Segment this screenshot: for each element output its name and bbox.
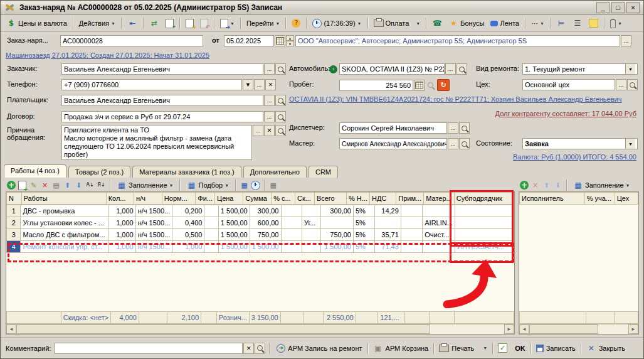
works-cell[interactable]: Углы установки колес - ... <box>21 217 108 229</box>
note-button[interactable] <box>586 18 601 29</box>
executors-scroll-thumb[interactable] <box>529 324 598 334</box>
phone-clear-button[interactable]: ✕ <box>265 79 276 90</box>
state-combo[interactable]: Заявка ▼ <box>522 138 638 149</box>
works-cell[interactable] <box>455 217 514 229</box>
car-info-link[interactable]: OCTAVIA II (1Z3); VIN TMBBE61Z4A2021724;… <box>289 95 621 103</box>
works-cell[interactable] <box>204 205 218 217</box>
save-button[interactable]: Записать <box>533 343 579 353</box>
works-column-header[interactable]: Норм... <box>162 193 195 205</box>
actions-menu-button[interactable]: Действия▼ <box>77 18 118 28</box>
master-select-button[interactable]: ... <box>448 138 458 149</box>
dispatcher-select-button[interactable]: ... <box>448 122 458 134</box>
debt-link[interactable]: Долг контрагенту составляет: 17 044,00 Р… <box>495 110 636 117</box>
tab-additional[interactable]: Дополнительно <box>243 166 307 178</box>
shop-select-button[interactable]: ... <box>616 79 626 90</box>
ok-button[interactable]: ✓ OK <box>495 342 529 354</box>
sort-asc-icon[interactable]: А↓ <box>85 181 95 190</box>
minimize-button[interactable]: _ <box>596 2 610 13</box>
works-column-header[interactable]: Цена <box>215 193 243 205</box>
structure-button[interactable]: ⊨ <box>554 17 569 29</box>
tab-customer-materials[interactable]: Материалы заказчика (1 поз.) <box>132 166 241 178</box>
works-cell[interactable]: 1 <box>7 205 21 217</box>
date-spinner[interactable]: ▲▼ <box>286 35 294 46</box>
executors-column-header[interactable]: Исполнитель <box>520 193 585 205</box>
works-cell[interactable]: Очист... <box>423 229 455 241</box>
works-column-header[interactable]: Кол... <box>106 193 134 205</box>
add-row-icon[interactable]: + <box>520 181 529 190</box>
works-cell[interactable]: 0,500 <box>172 229 204 241</box>
works-column-header[interactable]: Матер... <box>424 193 454 205</box>
arm-record-button[interactable]: ➜ АРМ Запись на ремонт <box>273 343 365 354</box>
works-cell[interactable] <box>401 229 422 241</box>
payer-field[interactable]: Васильев Александр Евгеньевич <box>61 95 263 106</box>
payment-button[interactable]: Оплата▼ <box>371 18 423 28</box>
norms-clock-icon[interactable] <box>251 181 260 190</box>
works-cell[interactable] <box>281 217 302 229</box>
works-cell[interactable] <box>455 229 514 241</box>
shop-field[interactable]: Основной цех <box>522 79 615 90</box>
tab-works[interactable]: Работы (4 поз.) <box>4 164 66 178</box>
works-cell[interactable]: 5% <box>353 205 374 217</box>
works-cell[interactable] <box>204 241 218 253</box>
works-cell[interactable] <box>204 229 218 241</box>
close-form-button[interactable]: ✕ Закрыть <box>583 342 628 355</box>
delete-row-icon[interactable]: ✕ <box>531 181 540 190</box>
works-cell[interactable] <box>302 241 321 253</box>
works-cell[interactable] <box>321 217 354 229</box>
works-column-header[interactable]: % с... <box>272 193 295 205</box>
payer-open-button[interactable] <box>275 95 286 106</box>
fill-menu-button[interactable]: ▦ Заполнение▼ <box>114 180 176 190</box>
move-up-icon[interactable]: ⬆ <box>542 181 551 190</box>
works-cell[interactable]: 300,00 <box>321 205 354 217</box>
executors-table-empty-area[interactable] <box>519 205 638 311</box>
comment-clear-button[interactable]: ✕ <box>243 343 254 354</box>
copy-button[interactable]: + <box>163 18 176 29</box>
scroll-right-icon[interactable]: ► <box>504 324 514 334</box>
close-button[interactable]: × <box>626 2 640 13</box>
works-column-header[interactable]: Всего <box>314 193 346 205</box>
tab-crm[interactable]: CRM <box>309 166 338 178</box>
attachments-button[interactable]: ▼ <box>608 18 625 29</box>
chevron-down-icon[interactable]: ▼ <box>625 139 635 149</box>
calendar-button[interactable] <box>275 35 285 46</box>
reason-select-button[interactable]: ... <box>253 125 263 136</box>
works-cell[interactable]: 1,000 <box>108 229 136 241</box>
reread-button[interactable]: ⇤ <box>125 17 140 29</box>
works-cell[interactable] <box>281 205 302 217</box>
works-cell[interactable]: н/ч 1500... <box>135 241 172 253</box>
works-cell[interactable]: 1,000 <box>108 217 136 229</box>
works-cell[interactable] <box>455 205 514 217</box>
set-prices-button[interactable]: ¢ <box>183 18 196 29</box>
refresh-button[interactable]: ⇄ <box>147 17 162 29</box>
tab-goods[interactable]: Товары (2 поз.) <box>68 166 130 178</box>
works-cell[interactable]: 1 500,00 <box>321 241 354 253</box>
contract-open-button[interactable] <box>275 111 286 122</box>
title-bar[interactable]: Заказ-наряд № АС00000028 от 05.02.2025 (… <box>1 1 643 15</box>
master-field[interactable]: Смирнов Александр Александрович <box>339 138 447 149</box>
revert-prices-button[interactable]: ↶ <box>198 18 211 29</box>
phone-field[interactable]: +7 (909) 0776600 <box>61 79 242 90</box>
add-row-icon[interactable]: + <box>7 181 16 190</box>
payer-select-button[interactable]: ... <box>264 95 275 106</box>
works-cell[interactable]: Уг... <box>302 217 321 229</box>
print-button[interactable]: Печать ▼ <box>436 343 490 353</box>
works-column-header[interactable]: % Н... <box>347 193 370 205</box>
move-down-icon[interactable]: ⬇ <box>74 181 83 190</box>
works-cell[interactable]: 5% <box>353 229 374 241</box>
works-cell[interactable]: 1 500,00 <box>218 229 250 241</box>
works-cell[interactable]: 1,000 <box>108 205 136 217</box>
works-cell[interactable]: ИНТЕХЗАПЧ... <box>455 241 514 253</box>
repair-type-combo[interactable]: 1. Текущий ремонт ▼ <box>522 63 638 75</box>
bonuses-button[interactable]: ★ Бонусы <box>446 17 487 29</box>
works-cell[interactable]: Масло ДВС с фильтром... <box>21 229 108 241</box>
scroll-left-icon[interactable]: ◄ <box>6 324 16 334</box>
works-column-header[interactable]: N <box>7 193 22 205</box>
works-cell[interactable]: 300,00 <box>250 205 281 217</box>
goto-menu-button[interactable]: Перейти▼ <box>244 18 283 28</box>
works-cell[interactable] <box>204 217 218 229</box>
comment-open-button[interactable] <box>255 343 265 354</box>
car-select-button[interactable]: ... <box>445 63 456 75</box>
works-cell[interactable]: н/ч 1500... <box>135 205 172 217</box>
copy-row-icon[interactable]: + <box>18 181 27 190</box>
prices-currency-button[interactable]: $ Цены и валюта <box>4 17 70 29</box>
